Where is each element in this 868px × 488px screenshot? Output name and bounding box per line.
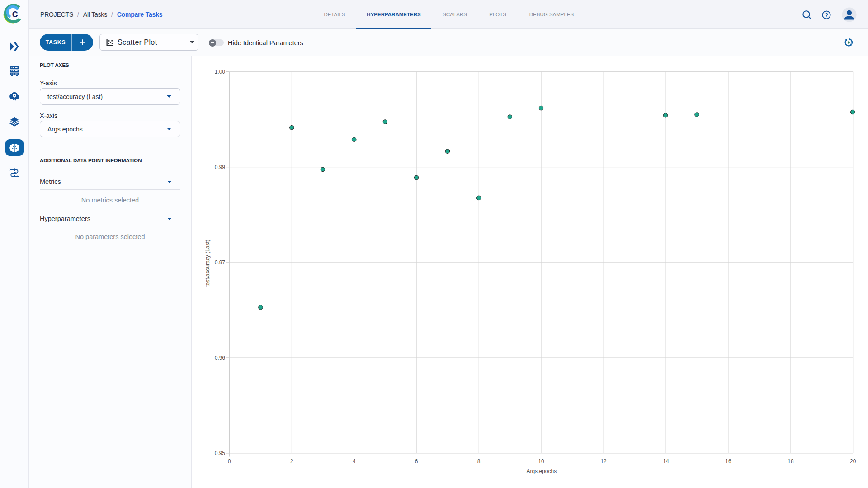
svg-text:1.00: 1.00	[215, 69, 226, 75]
svg-text:0.95: 0.95	[215, 450, 226, 456]
svg-text:20: 20	[850, 458, 856, 465]
svg-text:18: 18	[788, 458, 794, 465]
svg-text:8: 8	[477, 458, 481, 465]
svg-text:2: 2	[290, 458, 293, 465]
svg-text:12: 12	[600, 458, 607, 465]
svg-text:10: 10	[538, 458, 544, 465]
svg-text:0.96: 0.96	[215, 355, 226, 361]
svg-text:test/accuracy (Last): test/accuracy (Last)	[204, 239, 211, 287]
svg-text:0: 0	[228, 458, 231, 465]
svg-text:Args.epochs: Args.epochs	[526, 468, 557, 474]
svg-text:4: 4	[353, 458, 356, 465]
svg-text:?: ?	[825, 12, 828, 19]
svg-text:16: 16	[725, 458, 731, 465]
svg-text:0.99: 0.99	[215, 164, 226, 170]
svg-text:6: 6	[415, 458, 418, 465]
svg-text:0.97: 0.97	[215, 259, 226, 266]
svg-text:14: 14	[663, 458, 669, 465]
svg-text:c: c	[12, 7, 18, 19]
